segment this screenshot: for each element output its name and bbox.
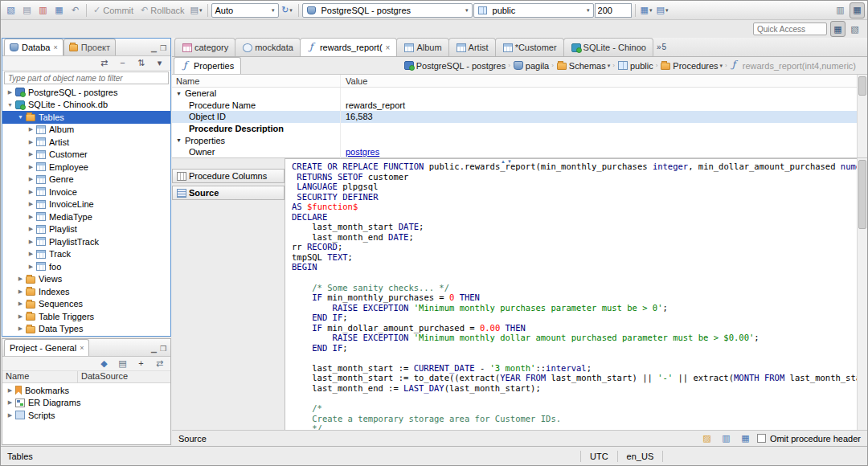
twisty-icon[interactable]: ▼: [6, 102, 14, 108]
column-header-name[interactable]: Name: [2, 371, 78, 382]
sash-collapse-icon[interactable]: ▲: [501, 159, 506, 164]
object-filter-input[interactable]: [4, 72, 169, 84]
tab-overflow-indicator[interactable]: »5: [657, 43, 666, 51]
tree-item[interactable]: ▶PostgreSQL - postgres: [2, 86, 170, 99]
editor-scrollbar[interactable]: [857, 158, 867, 430]
twisty-icon[interactable]: ▼: [16, 114, 25, 120]
quick-access-input[interactable]: [753, 22, 827, 35]
save-all-icon[interactable]: ▥: [35, 2, 51, 18]
twisty-icon[interactable]: ▶: [27, 151, 35, 157]
breadcrumb-item[interactable]: rewards_report(int4,numeric): [728, 60, 858, 72]
tree-item[interactable]: ▶Album: [2, 124, 170, 137]
twisty-icon[interactable]: ▶: [6, 399, 14, 406]
sql-console-icon[interactable]: ▤▾: [655, 2, 670, 18]
new-object-icon[interactable]: ▧: [3, 2, 18, 18]
tree-item[interactable]: ▶Invoice: [2, 186, 170, 198]
transaction-log-button[interactable]: ▤ ▾: [189, 2, 204, 18]
twisty-icon[interactable]: ▶: [27, 189, 35, 195]
print-icon[interactable]: ▦: [51, 2, 67, 18]
sash-expand-icon[interactable]: ▼: [507, 159, 512, 164]
tree-item[interactable]: ▼Tables: [2, 111, 170, 124]
open-perspective-icon[interactable]: ▧: [847, 21, 862, 37]
settings-icon[interactable]: ◆: [96, 356, 112, 372]
twisty-icon[interactable]: ▶: [27, 251, 35, 257]
tree-item[interactable]: ▶foo: [2, 260, 170, 273]
owner-link[interactable]: postgres: [346, 147, 379, 157]
add-icon[interactable]: +: [133, 356, 149, 372]
breadcrumb-item[interactable]: Schemas▾: [555, 60, 612, 72]
tree-item[interactable]: ▶Playlist: [2, 223, 170, 236]
twisty-icon[interactable]: ▶: [6, 89, 14, 96]
sort-icon[interactable]: ⇅: [133, 55, 149, 72]
twisty-icon[interactable]: ▶: [16, 300, 25, 307]
grid-scrollbar[interactable]: [857, 75, 867, 157]
breadcrumb-item[interactable]: public: [616, 60, 655, 72]
tree-item[interactable]: ▶Track: [2, 248, 170, 261]
minimize-panel-icon[interactable]: ▁: [151, 44, 157, 52]
property-row[interactable]: Procedure Description: [172, 123, 857, 135]
undo-icon[interactable]: ↶: [68, 2, 83, 18]
editor-tab[interactable]: mockdata: [235, 38, 301, 56]
editor-tab[interactable]: *Customer: [495, 38, 564, 56]
tab-properties[interactable]: Properties: [174, 57, 241, 74]
twisty-icon[interactable]: ▶: [27, 164, 35, 170]
column-header-datasource[interactable]: DataSource: [78, 371, 170, 382]
close-icon[interactable]: ×: [80, 344, 84, 352]
tree-item[interactable]: ▶Sequences: [2, 298, 170, 311]
editor-tab[interactable]: category: [174, 38, 235, 56]
status-timezone[interactable]: UTC: [590, 452, 608, 461]
twisty-icon[interactable]: ▶: [27, 126, 35, 133]
schema-select[interactable]: public ▾: [473, 3, 594, 18]
tree-item[interactable]: ▶Genre: [2, 174, 170, 186]
commit-button[interactable]: ✓ Commit: [90, 2, 137, 18]
editor-tab[interactable]: Artist: [448, 38, 496, 56]
source-editor[interactable]: ▲ ▼ CREATE OR REPLACE FUNCTION public.re…: [285, 158, 857, 430]
tree-item[interactable]: ▶Views: [2, 273, 170, 286]
twisty-icon[interactable]: ▶: [27, 176, 35, 182]
twisty-icon[interactable]: ▶: [27, 201, 35, 207]
tree-item[interactable]: ▶Table Triggers: [2, 310, 170, 323]
link-with-editor-icon[interactable]: ⇄: [96, 55, 112, 72]
copy-source-icon[interactable]: ▦: [738, 431, 753, 447]
twisty-icon[interactable]: ▶: [6, 412, 14, 419]
view-menu-icon[interactable]: ▾: [152, 55, 167, 72]
tab-project-general[interactable]: Project - General ×: [4, 339, 89, 356]
breadcrumb-item[interactable]: pagila: [511, 60, 551, 72]
property-row[interactable]: Ownerpostgres: [172, 146, 857, 158]
tree-item[interactable]: ▶Artist: [2, 136, 170, 149]
tree-item[interactable]: ▶PlaylistTrack: [2, 235, 170, 248]
breadcrumb-item[interactable]: PostgreSQL - postgres: [402, 60, 507, 72]
twisty-icon[interactable]: ▶: [16, 313, 25, 320]
sql-editor-icon[interactable]: ▦▾: [639, 2, 654, 18]
export-source-icon[interactable]: ▨: [699, 431, 714, 447]
tree-item[interactable]: ▶Data Types: [2, 323, 170, 336]
section-source[interactable]: Source: [172, 186, 285, 200]
sync-icon[interactable]: ⇄: [152, 356, 167, 372]
save-icon[interactable]: ▤: [19, 2, 35, 18]
list-item[interactable]: ▶Bookmarks: [2, 384, 170, 397]
property-row[interactable]: ▼General: [172, 88, 857, 100]
twisty-icon[interactable]: ▶: [27, 264, 35, 270]
scrollbar-thumb[interactable]: [858, 76, 866, 96]
tree-item[interactable]: ▶Indexes: [2, 285, 170, 298]
maximize-panel-icon[interactable]: ❒: [160, 44, 166, 52]
list-item[interactable]: ▶ER Diagrams: [2, 397, 170, 410]
twisty-icon[interactable]: ▶: [16, 288, 25, 295]
tree-item[interactable]: ▼SQLite - Chinook.db: [2, 99, 170, 112]
minimize-panel-icon[interactable]: ▁: [151, 345, 157, 353]
chevron-down-icon[interactable]: ▾: [608, 63, 611, 69]
maximize-panel-icon[interactable]: ❒: [160, 345, 166, 353]
twisty-icon[interactable]: ▶: [27, 226, 35, 232]
transaction-mode-select[interactable]: Auto ▾: [211, 3, 279, 18]
list-item[interactable]: ▶Scripts: [2, 409, 170, 422]
tab-database-navigator[interactable]: Databa ×: [4, 39, 63, 55]
twisty-icon[interactable]: ▶: [27, 139, 35, 145]
twisty-icon[interactable]: ▶: [16, 325, 25, 332]
status-locale[interactable]: en_US: [627, 452, 654, 461]
fetch-size-input[interactable]: [595, 3, 632, 18]
layers-icon[interactable]: ▤: [115, 356, 130, 372]
connection-select[interactable]: PostgreSQL - postgres ▾: [302, 3, 473, 18]
breadcrumb-item[interactable]: Procedures▾: [658, 60, 724, 72]
omit-procedure-header-checkbox[interactable]: [757, 434, 766, 443]
tasks-icon[interactable]: ▥: [833, 2, 848, 18]
